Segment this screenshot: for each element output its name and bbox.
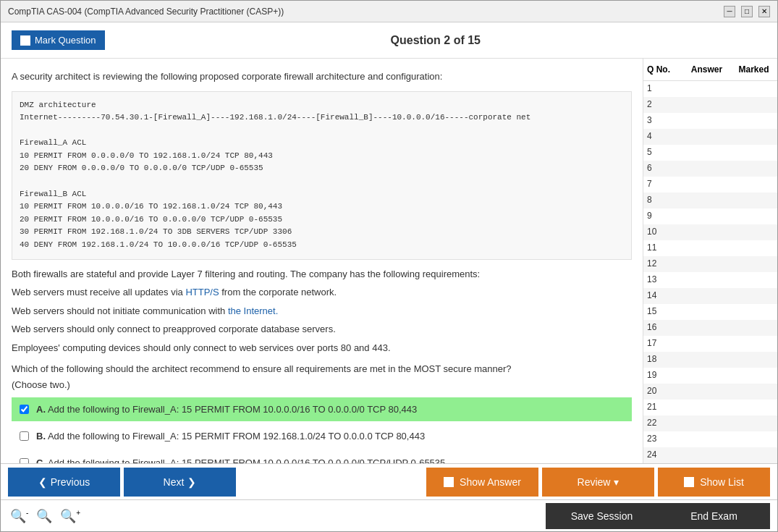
option-b[interactable]: B. Add the following to Firewall_A: 15 P… [12,424,632,448]
zoom-reset-button[interactable]: 🔍 [34,506,54,526]
sidebar-row-5: 5 [643,145,777,161]
mark-question-button[interactable]: Mark Question [12,30,105,50]
maximize-button[interactable]: □ [741,6,753,17]
option-a[interactable]: A. Add the following to Firewall_A: 15 P… [12,397,632,421]
sidebar-row-10: 10 [643,224,777,240]
sidebar-row-1: 1 [643,81,777,97]
sidebar-row-2: 2 [643,97,777,113]
review-label: Review [578,476,611,488]
requirements-intro: Both firewalls are stateful and provide … [12,267,632,282]
show-list-button[interactable]: ☑ Show List [658,468,770,497]
sidebar-row-6: 6 [643,161,777,177]
http-link[interactable]: HTTP/S [185,287,219,297]
sidebar-row-11: 11 [643,240,777,256]
end-exam-label: End Exam [690,510,737,522]
choose-note: (Choose two.) [12,379,632,390]
sidebar-row-16: 16 [643,320,777,336]
bookmark-icon [20,35,30,46]
show-answer-button[interactable]: Show Answer [426,468,538,497]
chevron-left-icon: ❮ [38,476,47,488]
option-c[interactable]: C. Add the following to Firewall_A: 15 P… [12,451,632,463]
sidebar-row-18: 18 [643,352,777,368]
show-answer-label: Show Answer [460,476,521,488]
zoom-out-button[interactable]: 🔍- [8,506,30,526]
sidebar-row-23: 23 [643,431,777,447]
question-intro: A security architect is reviewing the fo… [12,69,632,84]
req-4: Employees' computing devices should only… [12,341,632,355]
chevron-right-icon: ❯ [187,476,196,488]
sidebar-row-9: 9 [643,208,777,224]
sidebar-row-19: 19 [643,368,777,384]
question-area: A security architect is reviewing the fo… [1,59,643,463]
sidebar-row-7: 7 [643,177,777,193]
code-block: DMZ architecture Internet---------70.54.… [12,91,632,260]
sidebar-row-15: 15 [643,304,777,320]
header: Mark Question Question 2 of 15 [1,22,777,59]
show-answer-icon [444,477,454,487]
bottom-bar: ❮ Previous Next ❯ Show Answer Review ▾ ☑… [1,463,777,499]
sidebar-row-14: 14 [643,288,777,304]
option-a-text: A. Add the following to Firewall_A: 15 P… [36,404,417,415]
sidebar-header: Q No. Answer Marked [643,59,777,81]
previous-label: Previous [51,476,90,488]
sidebar-row-21: 21 [643,400,777,415]
sidebar-col-qno: Q No. [647,64,680,75]
save-session-button[interactable]: Save Session [546,503,658,529]
sidebar-row-8: 8 [643,193,777,208]
option-c-checkbox[interactable] [20,458,29,463]
review-button[interactable]: Review ▾ [542,468,654,497]
save-session-label: Save Session [571,510,633,522]
next-button[interactable]: Next ❯ [124,468,236,497]
sidebar-row-17: 17 [643,336,777,352]
final-question: Which of the following should the archit… [12,362,632,376]
zoom-controls: 🔍- 🔍 🔍+ [8,506,83,526]
window-title: CompTIA CAS-004 (CompTIA Advanced Securi… [8,7,284,17]
sidebar-row-12: 12 [643,256,777,272]
sidebar-row-22: 22 [643,415,777,431]
sidebar-list: 1 2 3 4 5 6 7 8 9 10 11 12 13 14 15 16 1… [643,81,777,463]
req-2: Web servers should not initiate communic… [12,304,632,318]
sidebar-col-answer: Answer [680,64,734,75]
review-arrow-icon: ▾ [614,476,619,488]
next-label: Next [164,476,185,488]
sidebar-col-marked: Marked [734,64,774,75]
option-b-checkbox[interactable] [20,431,29,441]
sidebar-row-20: 20 [643,384,777,400]
sidebar-row-13: 13 [643,272,777,288]
close-button[interactable]: ✕ [758,6,770,17]
previous-button[interactable]: ❮ Previous [8,468,120,497]
option-c-text: C. Add the following to Firewall_A: 15 P… [36,457,445,463]
main-content: A security architect is reviewing the fo… [1,59,777,463]
sidebar: Q No. Answer Marked 1 2 3 4 5 6 7 8 9 10… [643,59,777,463]
req-3: Web servers should only connect to preap… [12,322,632,337]
internet-link[interactable]: the Internet. [228,305,278,316]
question-title: Question 2 of 15 [105,34,766,47]
req-1: Web servers must receive all updates via… [12,285,632,300]
sidebar-row-3: 3 [643,113,777,129]
sidebar-row-4: 4 [643,129,777,145]
mark-question-label: Mark Question [35,35,96,46]
main-window: CompTIA CAS-004 (CompTIA Advanced Securi… [0,0,778,532]
show-list-label: Show List [700,476,744,488]
end-exam-button[interactable]: End Exam [658,503,770,529]
show-list-icon: ☑ [684,477,694,487]
option-a-checkbox[interactable] [20,405,29,414]
bottom-bar-2: 🔍- 🔍 🔍+ Save Session End Exam [1,499,777,531]
option-b-text: B. Add the following to Firewall_A: 15 P… [36,431,425,442]
minimize-button[interactable]: ─ [724,6,735,17]
zoom-in-button[interactable]: 🔍+ [58,506,83,526]
sidebar-row-24: 24 [643,447,777,463]
title-bar: CompTIA CAS-004 (CompTIA Advanced Securi… [1,1,777,22]
window-controls: ─ □ ✕ [724,6,770,17]
